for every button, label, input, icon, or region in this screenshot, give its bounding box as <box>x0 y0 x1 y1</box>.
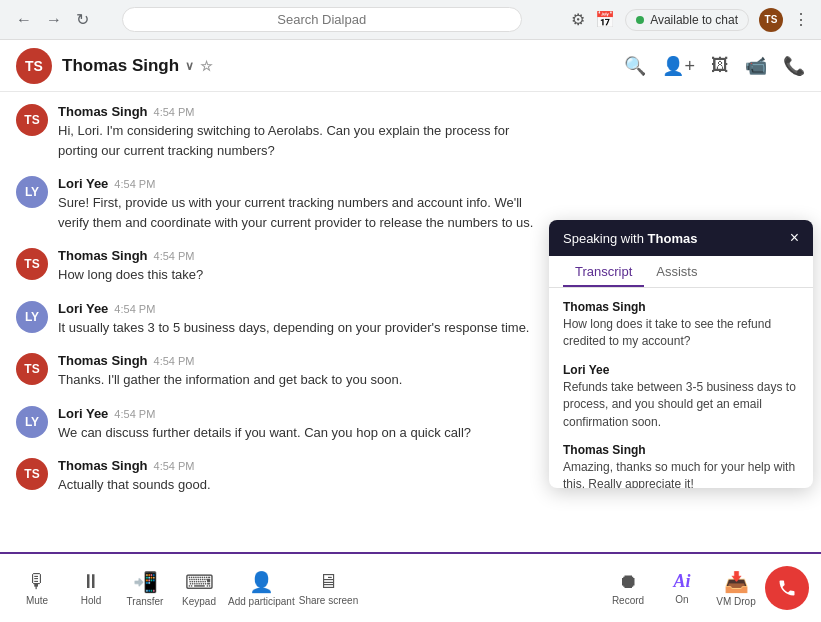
image-button[interactable]: 🖼 <box>711 55 729 76</box>
toolbar-item-vm-drop[interactable]: 📥VM Drop <box>711 570 761 607</box>
msg-text: Sure! First, provide us with your curren… <box>58 193 538 232</box>
close-button[interactable]: × <box>790 230 799 246</box>
status-dot <box>636 16 644 24</box>
browser-search-input[interactable] <box>122 7 522 32</box>
toolbar-item-hold[interactable]: ⏸Hold <box>66 570 116 606</box>
transcript-entry: Thomas SinghAmazing, thanks so much for … <box>563 443 799 488</box>
msg-text: How long does this take? <box>58 265 538 285</box>
msg-sender-name: Thomas Singh <box>58 458 148 473</box>
toolbar-label: Keypad <box>182 596 216 607</box>
msg-timestamp: 4:54 PM <box>154 250 195 262</box>
toolbar-item-mute[interactable]: 🎙Mute <box>12 570 62 606</box>
more-icon[interactable]: ⋮ <box>793 10 809 29</box>
speaking-name: Thomas <box>648 231 698 246</box>
contact-name-text: Thomas Singh <box>62 56 179 76</box>
status-badge: Available to chat <box>625 9 749 31</box>
toolbar-label: Add participant <box>228 596 295 607</box>
toolbar-label: Share screen <box>299 595 358 606</box>
avatar: TS <box>759 8 783 32</box>
panel-tabs: Transcript Assists <box>549 256 813 288</box>
gear-icon[interactable]: ⚙ <box>571 10 585 29</box>
contact-name: Thomas Singh ∨ ☆ <box>62 56 213 76</box>
msg-sender-name: Lori Yee <box>58 406 108 421</box>
phone-button[interactable]: 📞 <box>783 55 805 77</box>
msg-timestamp: 4:54 PM <box>154 460 195 472</box>
transcript-entry: Thomas SinghHow long does it take to see… <box>563 300 799 351</box>
toolbar-icon: 🖥 <box>318 570 338 593</box>
star-icon[interactable]: ☆ <box>200 58 213 74</box>
tab-assists[interactable]: Assists <box>644 256 709 287</box>
speaking-header: Speaking with Thomas × <box>549 220 813 256</box>
msg-timestamp: 4:54 PM <box>114 408 155 420</box>
tab-transcript[interactable]: Transcript <box>563 256 644 287</box>
msg-sender-name: Lori Yee <box>58 176 108 191</box>
msg-timestamp: 4:54 PM <box>114 303 155 315</box>
toolbar-icon: 👤 <box>249 570 274 594</box>
msg-avatar: TS <box>16 458 48 490</box>
record-icon: ⏺ <box>618 570 638 593</box>
fab-button[interactable] <box>765 566 809 610</box>
vm-drop-icon: 📥 <box>724 570 749 594</box>
speaking-prefix: Speaking with <box>563 231 648 246</box>
forward-button[interactable]: → <box>42 9 66 31</box>
toolbar-right: ⏺RecordAiOn📥VM Drop <box>603 566 809 610</box>
msg-text: Hi, Lori. I'm considering switching to A… <box>58 121 538 160</box>
toolbar-item-record[interactable]: ⏺Record <box>603 570 653 606</box>
msg-sender-name: Thomas Singh <box>58 104 148 119</box>
transcript-text: Refunds take between 3-5 business days t… <box>563 379 799 431</box>
toolbar-label: Hold <box>81 595 102 606</box>
back-button[interactable]: ← <box>12 9 36 31</box>
browser-nav: ← → ↻ <box>12 8 93 31</box>
msg-sender-name: Thomas Singh <box>58 353 148 368</box>
msg-avatar: LY <box>16 301 48 333</box>
msg-timestamp: 4:54 PM <box>114 178 155 190</box>
video-button[interactable]: 📹 <box>745 55 767 77</box>
msg-sender-name: Thomas Singh <box>58 248 148 263</box>
msg-timestamp: 4:54 PM <box>154 355 195 367</box>
chat-header: TS Thomas Singh ∨ ☆ 🔍 👤+ 🖼 📹 📞 <box>0 40 821 92</box>
calendar-icon[interactable]: 📅 <box>595 10 615 29</box>
bottom-toolbar: 🎙Mute⏸Hold📲Transfer⌨Keypad👤Add participa… <box>0 552 821 622</box>
toolbar-label: VM Drop <box>716 596 755 607</box>
toolbar-label: Mute <box>26 595 48 606</box>
toolbar-icon: 🎙 <box>27 570 47 593</box>
msg-avatar: TS <box>16 353 48 385</box>
chevron-down-icon[interactable]: ∨ <box>185 59 194 73</box>
toolbar-item-transfer[interactable]: 📲Transfer <box>120 570 170 607</box>
toolbar-item-keypad[interactable]: ⌨Keypad <box>174 570 224 607</box>
add-contact-button[interactable]: 👤+ <box>662 55 695 77</box>
transcript-text: Amazing, thanks so much for your help wi… <box>563 459 799 488</box>
toolbar-item-add-participant[interactable]: 👤Add participant <box>228 570 295 607</box>
msg-sender-name: Lori Yee <box>58 301 108 316</box>
refresh-button[interactable]: ↻ <box>72 8 93 31</box>
transcript-speaker: Thomas Singh <box>563 300 799 314</box>
msg-text: Actually that sounds good. <box>58 475 538 495</box>
toolbar-label: Transfer <box>127 596 164 607</box>
transcript-speaker: Thomas Singh <box>563 443 799 457</box>
transcript-entry: Lori YeeRefunds take between 3-5 busines… <box>563 363 799 431</box>
toolbar-item-ai[interactable]: AiOn <box>657 571 707 605</box>
search-button[interactable]: 🔍 <box>624 55 646 77</box>
message-group: TSThomas Singh4:54 PMHi, Lori. I'm consi… <box>16 104 805 160</box>
msg-text: We can discuss further details if you wa… <box>58 423 538 443</box>
header-actions: 🔍 👤+ 🖼 📹 📞 <box>624 55 805 77</box>
toolbar-icon: ⏸ <box>81 570 101 593</box>
msg-text: Thanks. I'll gather the information and … <box>58 370 538 390</box>
msg-avatar: LY <box>16 176 48 208</box>
browser-right: ⚙ 📅 Available to chat TS ⋮ <box>571 8 809 32</box>
msg-timestamp: 4:54 PM <box>154 106 195 118</box>
ai-icon: Ai <box>673 571 690 592</box>
toolbar-item-share-screen[interactable]: 🖥Share screen <box>299 570 358 606</box>
transcript-text: How long does it take to see the refund … <box>563 316 799 351</box>
msg-avatar: LY <box>16 406 48 438</box>
toolbar-label: On <box>675 594 688 605</box>
toolbar-icon: ⌨ <box>185 570 214 594</box>
toolbar-left: 🎙Mute⏸Hold📲Transfer⌨Keypad👤Add participa… <box>12 570 358 607</box>
avatar: TS <box>16 48 52 84</box>
msg-text: It usually takes 3 to 5 business days, d… <box>58 318 538 338</box>
panel-content: Thomas SinghHow long does it take to see… <box>549 288 813 488</box>
toolbar-label: Record <box>612 595 644 606</box>
speaking-panel: Speaking with Thomas × Transcript Assist… <box>549 220 813 488</box>
transcript-speaker: Lori Yee <box>563 363 799 377</box>
msg-avatar: TS <box>16 104 48 136</box>
